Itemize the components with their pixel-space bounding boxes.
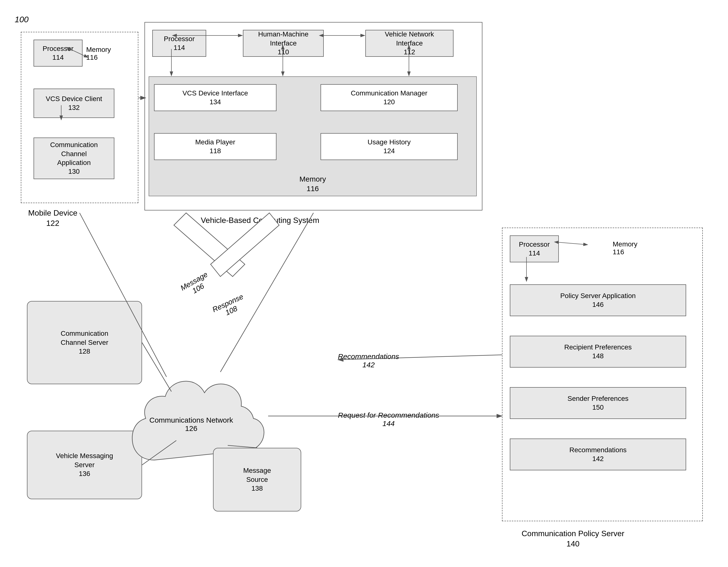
mobile-processor-num: 114 — [52, 53, 64, 62]
mobile-device-container: Processor 114 Memory 116 VCS Device Clie… — [21, 32, 138, 203]
mobile-vcs-client-label: VCS Device Client — [46, 95, 102, 103]
vcs-device-interface-box: VCS Device Interface 134 — [154, 84, 276, 111]
vcs-usage-history-box: Usage History 124 — [321, 133, 458, 160]
comm-channel-server-box: CommunicationChannel Server 128 — [27, 301, 142, 384]
request-recommendations-label: Request for Recommendations 144 — [338, 411, 439, 428]
vcs-processor-num: 114 — [174, 43, 185, 52]
vehicle-messaging-server-num: 136 — [79, 469, 90, 478]
message-source-num: 138 — [251, 484, 263, 493]
vcs-hmi-label: Human-MachineInterface — [258, 30, 308, 48]
mobile-device-label: Mobile Device 122 — [28, 208, 77, 228]
vehicle-messaging-server-box: Vehicle MessagingServer 136 — [27, 431, 142, 499]
vcs-label: Vehicle-Based Computing System 102 — [201, 215, 319, 236]
vcs-hmi-box: Human-MachineInterface 110 — [243, 30, 324, 57]
policy-server-label: Communication Policy Server 140 — [522, 529, 624, 549]
vcs-comm-manager-label: Communication Manager — [351, 89, 428, 98]
vcs-comm-manager-box: Communication Manager 120 — [321, 84, 458, 111]
policy-memory-label: Memory 116 — [613, 240, 637, 256]
vcs-usage-history-num: 124 — [383, 147, 395, 155]
mobile-vcs-client-box: VCS Device Client 132 — [34, 89, 114, 118]
comm-network-label: Communications Network 126 — [149, 416, 233, 433]
vcs-vni-label: Vehicle NetworkInterface — [385, 30, 434, 48]
mobile-vcs-client-num: 132 — [68, 103, 80, 112]
policy-server-container: Processor 114 Memory 116 Policy Server A… — [502, 228, 703, 521]
recipient-pref-box: Recipient Preferences 148 — [510, 336, 686, 367]
vcs-comm-manager-num: 120 — [383, 98, 395, 107]
mobile-processor-label: Processor — [43, 44, 73, 53]
vcs-processor-box: Processor 114 — [152, 30, 206, 57]
ref-100: 100 — [15, 15, 29, 24]
vcs-hmi-num: 110 — [278, 48, 289, 57]
vcs-media-player-label: Media Player — [195, 138, 235, 147]
vcs-processor-label: Processor — [164, 35, 195, 43]
svg-line-11 — [220, 213, 313, 372]
vcs-memory-area: VCS Device Interface 134 Communication M… — [149, 76, 477, 196]
message-source-box: MessageSource 138 — [213, 448, 301, 511]
diagram: 100 Processor 114 Memory 116 VCS Device … — [0, 0, 728, 567]
vcs-device-interface-label: VCS Device Interface — [182, 89, 248, 98]
sender-pref-box: Sender Preferences 150 — [510, 387, 686, 419]
policy-recommendations-box: Recommendations 142 — [510, 438, 686, 470]
mobile-memory-label: Memory 116 — [86, 46, 111, 61]
comm-channel-server-label: CommunicationChannel Server — [61, 329, 108, 347]
mobile-comm-channel-app-box: CommunicationChannelApplication 130 — [34, 138, 114, 179]
recommendations-arrow-label: Recommendations 142 — [338, 352, 399, 369]
vcs-device-interface-num: 134 — [210, 98, 221, 107]
policy-app-box: Policy Server Application 146 — [510, 284, 686, 316]
comm-channel-server-num: 128 — [79, 347, 90, 356]
response-arrow-label: Response 108 — [211, 292, 248, 321]
vcs-vni-num: 112 — [404, 48, 415, 57]
vcs-memory-label: Memory 116 — [299, 174, 326, 193]
mobile-comm-channel-app-label: CommunicationChannelApplication — [50, 141, 98, 167]
vehicle-messaging-server-label: Vehicle MessagingServer — [56, 451, 113, 469]
message-arrow-label: Message 106 — [179, 270, 213, 299]
vcs-media-player-num: 118 — [210, 147, 221, 155]
vcs-outer-box: Processor 114 Human-MachineInterface 110… — [144, 22, 482, 211]
policy-processor-box: Processor 114 — [510, 236, 559, 262]
mobile-processor-box: Processor 114 — [34, 40, 83, 67]
mobile-comm-channel-app-num: 130 — [68, 167, 80, 176]
vcs-vni-box: Vehicle NetworkInterface 112 — [365, 30, 454, 57]
message-source-label: MessageSource — [243, 466, 271, 484]
vcs-media-player-box: Media Player 118 — [154, 133, 276, 160]
vcs-usage-history-label: Usage History — [368, 138, 411, 147]
